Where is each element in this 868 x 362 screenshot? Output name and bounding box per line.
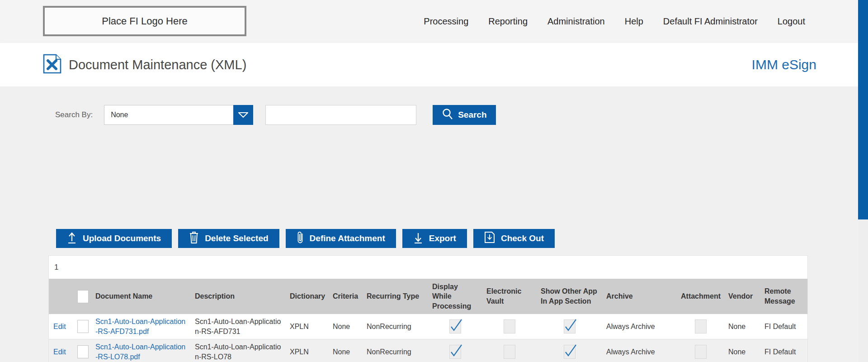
edit-link[interactable]: Edit bbox=[53, 323, 66, 330]
export-button[interactable]: Export bbox=[402, 229, 467, 248]
delete-selected-button[interactable]: Delete Selected bbox=[178, 229, 279, 248]
electronic-vault-checkbox[interactable] bbox=[504, 319, 515, 333]
vendor-cell: None bbox=[724, 314, 760, 339]
nav-item-logout[interactable]: Logout bbox=[778, 16, 805, 27]
description-cell: Scn1-Auto-Loan-Application-RS-LO78 bbox=[190, 339, 285, 362]
dictionary-cell: XPLN bbox=[285, 314, 328, 339]
document-name-link[interactable]: Scn1-Auto-Loan-Application-RS-LO78.pdf bbox=[95, 343, 185, 361]
recurring-type-cell: NonRecurring bbox=[362, 314, 428, 339]
col-edit bbox=[49, 279, 73, 314]
xml-document-icon bbox=[43, 54, 61, 76]
col-attachment: Attachment bbox=[676, 279, 724, 314]
search-by-label: Search By: bbox=[55, 110, 93, 119]
nav-item-user-menu[interactable]: Default FI Administrator bbox=[663, 16, 758, 27]
show-other-app-checkbox[interactable] bbox=[564, 345, 576, 359]
check-out-button[interactable]: Check Out bbox=[473, 229, 555, 248]
page-title: Document Maintenance (XML) bbox=[69, 57, 246, 72]
fi-logo-text: Place FI Logo Here bbox=[102, 15, 188, 27]
col-display-while-processing: Display While Processing bbox=[428, 279, 482, 314]
search-icon bbox=[442, 108, 453, 122]
description-cell: Scn1-Auto-Loan-Application-RS-AFD731 bbox=[190, 314, 285, 339]
documents-table: Document Name Description Dictionary Cri… bbox=[49, 279, 807, 362]
select-all-checkbox[interactable] bbox=[77, 290, 89, 303]
col-criteria: Criteria bbox=[328, 279, 362, 314]
nav-item-reporting[interactable]: Reporting bbox=[488, 16, 528, 27]
search-button-label: Search bbox=[458, 110, 486, 120]
electronic-vault-checkbox[interactable] bbox=[504, 345, 515, 359]
attachment-checkbox[interactable] bbox=[695, 319, 707, 333]
col-show-other-app: Show Other App In App Section bbox=[536, 279, 602, 314]
nav-item-help[interactable]: Help bbox=[625, 16, 643, 27]
edit-link[interactable]: Edit bbox=[53, 348, 66, 356]
display-while-processing-checkbox[interactable] bbox=[449, 319, 461, 333]
nav-item-administration[interactable]: Administration bbox=[547, 16, 605, 27]
app-brand-name: IMM eSign bbox=[752, 43, 816, 86]
row-select-checkbox[interactable] bbox=[77, 345, 89, 358]
col-vendor: Vendor bbox=[724, 279, 760, 314]
table-row: Edit Scn1-Auto-Loan-Application-RS-LO78.… bbox=[49, 339, 807, 362]
top-bar: Place FI Logo Here Processing Reporting … bbox=[0, 0, 868, 43]
search-by-dropdown[interactable]: None bbox=[104, 105, 253, 125]
vertical-scrollbar-thumb[interactable] bbox=[858, 0, 868, 219]
criteria-cell: None bbox=[328, 314, 362, 339]
recurring-type-cell: NonRecurring bbox=[362, 339, 428, 362]
vertical-scrollbar-track[interactable] bbox=[858, 0, 868, 362]
col-remote-message: Remote Message bbox=[760, 279, 807, 314]
page-header: Document Maintenance (XML) IMM eSign bbox=[0, 43, 868, 86]
attachment-checkbox[interactable] bbox=[695, 345, 707, 359]
define-attachment-label: Define Attachment bbox=[310, 233, 385, 243]
remote-message-cell: FI Default bbox=[760, 339, 807, 362]
col-description: Description bbox=[190, 279, 285, 314]
remote-message-cell: FI Default bbox=[760, 314, 807, 339]
download-icon bbox=[413, 232, 423, 246]
content-area: Search By: None Search bbox=[0, 86, 868, 362]
nav-item-processing[interactable]: Processing bbox=[424, 16, 468, 27]
search-by-selected-value: None bbox=[104, 111, 128, 119]
col-electronic-vault: Electronic Vault bbox=[482, 279, 536, 314]
search-button[interactable]: Search bbox=[433, 105, 495, 125]
row-select-checkbox[interactable] bbox=[77, 320, 89, 333]
display-while-processing-checkbox[interactable] bbox=[449, 345, 461, 359]
col-dictionary: Dictionary bbox=[285, 279, 328, 314]
delete-selected-label: Delete Selected bbox=[205, 233, 268, 243]
document-name-link[interactable]: Scn1-Auto-Loan-Application-RS-AFD731.pdf bbox=[95, 318, 185, 335]
pagination-bar: 1 bbox=[49, 256, 807, 279]
paperclip-icon bbox=[297, 231, 304, 246]
archive-cell: Always Archive bbox=[602, 314, 676, 339]
col-document-name: Document Name bbox=[91, 279, 190, 314]
page-number[interactable]: 1 bbox=[54, 263, 58, 272]
upload-icon bbox=[67, 232, 77, 246]
vendor-cell: None bbox=[724, 339, 760, 362]
col-recurring-type: Recurring Type bbox=[362, 279, 428, 314]
col-select bbox=[73, 279, 91, 314]
chevron-down-icon[interactable] bbox=[233, 105, 253, 125]
action-toolbar: Upload Documents Delete Selected Defin bbox=[56, 229, 555, 248]
main-nav: Processing Reporting Administration Help… bbox=[424, 0, 805, 43]
archive-cell: Always Archive bbox=[602, 339, 676, 362]
show-other-app-checkbox[interactable] bbox=[564, 319, 576, 333]
upload-documents-label: Upload Documents bbox=[83, 233, 161, 243]
upload-documents-button[interactable]: Upload Documents bbox=[56, 229, 172, 248]
define-attachment-button[interactable]: Define Attachment bbox=[286, 229, 396, 248]
table-header-row: Document Name Description Dictionary Cri… bbox=[49, 279, 807, 314]
criteria-cell: None bbox=[328, 339, 362, 362]
check-out-label: Check Out bbox=[501, 233, 544, 243]
fi-logo-placeholder: Place FI Logo Here bbox=[43, 6, 246, 36]
dictionary-cell: XPLN bbox=[285, 339, 328, 362]
col-archive: Archive bbox=[602, 279, 676, 314]
checkout-document-icon bbox=[484, 231, 495, 246]
documents-table-container: 1 Document Name Description Dictionary C… bbox=[48, 255, 808, 362]
table-row: Edit Scn1-Auto-Loan-Application-RS-AFD73… bbox=[49, 314, 807, 339]
export-label: Export bbox=[429, 233, 456, 243]
search-row: Search By: None Search bbox=[55, 105, 496, 125]
search-input[interactable] bbox=[265, 105, 416, 125]
trash-icon bbox=[189, 231, 199, 246]
